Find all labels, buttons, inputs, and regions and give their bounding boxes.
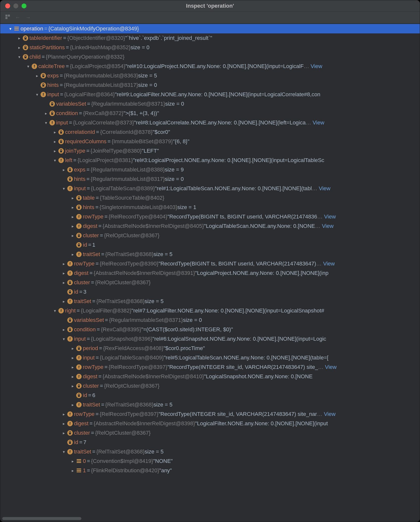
chevron-right-icon[interactable]: ▸: [17, 36, 22, 41]
chevron-right-icon[interactable]: ▸: [17, 45, 22, 50]
tree-row[interactable]: ▸cluster = {RelOptCluster@8367}: [0, 231, 420, 240]
tree-row[interactable]: ▸tableIdentifier = {ObjectIdentifier@832…: [0, 33, 420, 43]
view-link[interactable]: View: [323, 261, 335, 267]
tree-row[interactable]: ▸joinType = {JoinRelType@8380} "LEFT": [0, 146, 420, 156]
chevron-down-icon[interactable]: ▾: [61, 186, 67, 191]
chevron-right-icon[interactable]: ▸: [70, 384, 75, 388]
tree-row[interactable]: variablesSet = {RegularImmutableSet@8371…: [0, 99, 420, 109]
tree-row[interactable]: ▸digest = {AbstractRelNode$InnerRelDiges…: [0, 419, 420, 428]
horizontal-scrollbar-thumb[interactable]: [2, 517, 81, 520]
tree-row[interactable]: ▸correlationId = {CorrelationId@8378} "$…: [0, 127, 420, 137]
nav-back-icon[interactable]: ←: [15, 14, 21, 21]
view-link[interactable]: View: [311, 63, 322, 70]
chevron-right-icon[interactable]: ▸: [70, 252, 75, 257]
chevron-down-icon[interactable]: ▾: [52, 158, 58, 163]
chevron-down-icon[interactable]: ▾: [25, 64, 31, 69]
tree-row[interactable]: ▸period = {RexFieldAccess@8408} "$cor0.p…: [0, 344, 420, 353]
tree-row[interactable]: ▸input = {LogicalTableScan@8409} "rel#5:…: [0, 353, 420, 362]
chevron-down-icon[interactable]: ▾: [34, 92, 40, 97]
tree-row[interactable]: id = 1: [0, 240, 420, 250]
tree-row[interactable]: ▸requiredColumns = {ImmutableBitSet@8379…: [0, 137, 420, 146]
tree-row[interactable]: ▸hints = {SingletonImmutableList@8403} s…: [0, 203, 420, 212]
chevron-right-icon[interactable]: ▸: [34, 73, 40, 78]
tree-row[interactable]: ▸1 = {FlinkRelDistribution@8420} "any": [0, 466, 420, 475]
chevron-down-icon[interactable]: ▾: [61, 450, 67, 454]
zoom-window-button[interactable]: [22, 3, 26, 8]
view-link[interactable]: View: [324, 214, 336, 220]
tree-row[interactable]: ▾input = {LogicalSnapshot@8396} "rel#6:L…: [0, 334, 420, 344]
chevron-right-icon[interactable]: ▸: [70, 196, 75, 200]
chevron-right-icon[interactable]: ▸: [43, 111, 49, 116]
chevron-right-icon[interactable]: ▸: [52, 130, 58, 135]
tree-row[interactable]: ▸rowType = {RelRecordType@8390} "RecordT…: [0, 259, 420, 268]
tree-row[interactable]: ▸traitSet = {RelTraitSet@8368} size = 5: [0, 400, 420, 409]
tree-row[interactable]: hints = {RegularImmutableList@8317} size…: [0, 80, 420, 90]
nav-forward-icon[interactable]: →: [25, 14, 31, 21]
tree-row[interactable]: ▸cluster = {RelOptCluster@8367}: [0, 428, 420, 438]
tree-row[interactable]: ▸table = {TableSourceTable@8402}: [0, 193, 420, 203]
chevron-right-icon[interactable]: ▸: [61, 261, 67, 266]
tree-row[interactable]: ▾traitSet = {RelTraitSet@8368} size = 5: [0, 447, 420, 456]
tree-row[interactable]: variablesSet = {RegularImmutableSet@8371…: [0, 315, 420, 325]
tree-row[interactable]: ▸traitSet = {RelTraitSet@8368} size = 5: [0, 297, 420, 306]
chevron-down-icon[interactable]: ▾: [52, 308, 58, 313]
close-window-button[interactable]: [5, 3, 10, 8]
chevron-right-icon[interactable]: ▸: [61, 412, 67, 417]
chevron-right-icon[interactable]: ▸: [61, 431, 67, 435]
chevron-right-icon[interactable]: ▸: [61, 271, 67, 276]
tree-row[interactable]: ▾left = {LogicalProject@8381} "rel#3:Log…: [0, 156, 420, 165]
tree-row[interactable]: ▸cluster = {RelOptCluster@8367}: [0, 278, 420, 287]
chevron-down-icon[interactable]: ▾: [17, 55, 22, 59]
tree-row[interactable]: ▾right = {LogicalFilter@8382} "rel#7:Log…: [0, 306, 420, 315]
view-link[interactable]: View: [324, 411, 335, 417]
chevron-right-icon[interactable]: ▸: [52, 149, 58, 153]
chevron-down-icon[interactable]: ▾: [43, 120, 49, 125]
view-link[interactable]: View: [325, 364, 337, 370]
chevron-right-icon[interactable]: ▸: [52, 139, 58, 144]
tree-row[interactable]: ▸cluster = {RelOptCluster@8367}: [0, 381, 420, 391]
tree-row[interactable]: ▸rowType = {RelRecordType@8397} "RecordT…: [0, 409, 420, 419]
tree-row[interactable]: ▸exps = {RegularImmutableList@8388} size…: [0, 165, 420, 174]
tree-row[interactable]: ▸rowType = {RelRecordType@8397} "RecordT…: [0, 362, 420, 372]
tree-row[interactable]: ▸staticPartitions = {LinkedHashMap@8352}…: [0, 43, 420, 52]
tree-row[interactable]: ▸rowType = {RelRecordType@8404} "RecordT…: [0, 212, 420, 221]
chevron-right-icon[interactable]: ▸: [61, 421, 67, 426]
tree-row[interactable]: ▸condition = {RexCall@8372} ">($1, +(3, …: [0, 109, 420, 118]
tree-row[interactable]: id = 3: [0, 287, 420, 297]
chevron-down-icon[interactable]: ▾: [61, 337, 67, 341]
tree[interactable]: ▾operation = {CatalogSinkModifyOperation…: [0, 24, 420, 522]
chevron-right-icon[interactable]: ▸: [61, 327, 67, 332]
view-link[interactable]: View: [319, 185, 330, 192]
tree-row[interactable]: ▾input = {LogicalCorrelate@8373} "rel#8:…: [0, 118, 420, 127]
chevron-right-icon[interactable]: ▸: [70, 365, 75, 370]
chevron-right-icon[interactable]: ▸: [70, 403, 75, 407]
view-link[interactable]: View: [322, 223, 333, 229]
chevron-right-icon[interactable]: ▸: [61, 167, 67, 172]
tree-row[interactable]: ▾input = {LogicalTableScan@8389} "rel#1:…: [0, 184, 420, 193]
chevron-right-icon[interactable]: ▸: [70, 468, 75, 473]
tree-row[interactable]: ▾input = {LogicalFilter@8364} "rel#9:Log…: [0, 90, 420, 99]
tree-row[interactable]: ▸digest = {AbstractRelNode$InnerRelDiges…: [0, 268, 420, 278]
chevron-right-icon[interactable]: ▸: [70, 459, 75, 464]
tree-row[interactable]: ▾child = {PlannerQueryOperation@8332}: [0, 52, 420, 62]
tree-row[interactable]: ▸traitSet = {RelTraitSet@8368} size = 5: [0, 250, 420, 259]
tree-row[interactable]: ▸digest = {AbstractRelNode$InnerRelDiges…: [0, 221, 420, 231]
chevron-right-icon[interactable]: ▸: [70, 356, 75, 360]
chevron-right-icon[interactable]: ▸: [70, 233, 75, 238]
chevron-right-icon[interactable]: ▸: [61, 299, 67, 304]
horizontal-scrollbar[interactable]: [2, 517, 418, 520]
view-link[interactable]: View: [313, 119, 324, 126]
tree-row[interactable]: ▸exps = {RegularImmutableList@8363} size…: [0, 71, 420, 80]
tree-row[interactable]: ▾calciteTree = {LogicalProject@8354} "re…: [0, 62, 420, 71]
chevron-right-icon[interactable]: ▸: [70, 214, 75, 219]
chevron-right-icon[interactable]: ▸: [70, 346, 75, 351]
chevron-right-icon[interactable]: ▸: [61, 280, 67, 285]
tree-row[interactable]: hints = {RegularImmutableList@8317} size…: [0, 174, 420, 184]
structure-toolbar-icon[interactable]: [5, 14, 10, 21]
tree-row[interactable]: ▸condition = {RexCall@8395} "=(CAST($cor…: [0, 325, 420, 334]
tree-row[interactable]: id = 7: [0, 438, 420, 447]
tree-row[interactable]: ▾operation = {CatalogSinkModifyOperation…: [0, 24, 420, 33]
chevron-down-icon[interactable]: ▾: [8, 26, 13, 31]
chevron-right-icon[interactable]: ▸: [70, 374, 75, 379]
tree-row[interactable]: ▸digest = {AbstractRelNode$InnerRelDiges…: [0, 372, 420, 381]
